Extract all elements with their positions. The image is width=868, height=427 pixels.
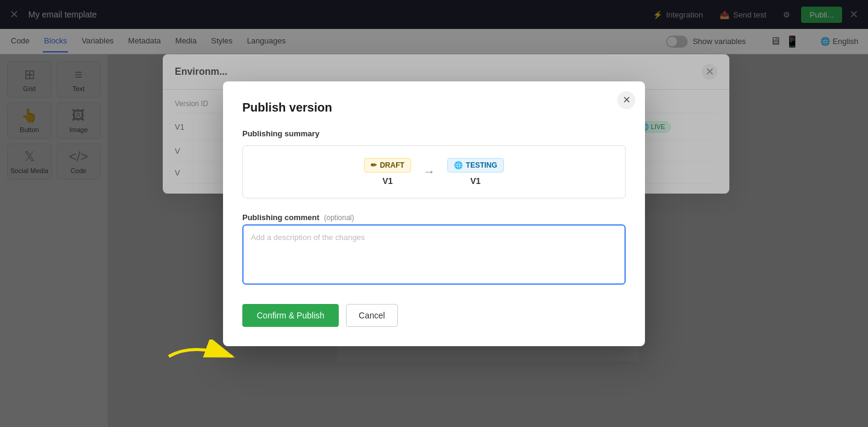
globe-testing-icon: 🌐	[454, 161, 463, 169]
publishing-summary-label: Publishing summary	[242, 129, 626, 138]
modal-backdrop: ✕ Publish version Publishing summary ✏ D…	[0, 0, 868, 427]
comment-optional: (optional)	[324, 214, 354, 222]
summary-arrow: →	[423, 165, 435, 179]
modal-footer: Confirm & Publish Cancel	[242, 304, 626, 327]
summary-to: 🌐 TESTING V1	[447, 158, 504, 186]
comment-label-text: Publishing comment	[242, 213, 319, 222]
yellow-arrow-annotation	[163, 340, 247, 373]
publish-summary-box: ✏ DRAFT V1 → 🌐 TESTING V1	[242, 145, 626, 198]
confirm-publish-button[interactable]: Confirm & Publish	[242, 304, 339, 327]
comment-textarea[interactable]	[242, 224, 626, 285]
from-version: V1	[382, 176, 392, 186]
comment-label: Publishing comment (optional)	[242, 213, 626, 222]
modal-close-button[interactable]: ✕	[617, 91, 635, 109]
to-version: V1	[470, 176, 480, 186]
testing-badge-modal: 🌐 TESTING	[447, 158, 504, 172]
testing-badge-label: TESTING	[466, 161, 497, 169]
modal-title: Publish version	[242, 101, 626, 115]
pencil-icon: ✏	[371, 161, 377, 169]
draft-badge-label: DRAFT	[380, 161, 404, 169]
summary-from: ✏ DRAFT V1	[364, 158, 411, 186]
draft-badge: ✏ DRAFT	[364, 158, 411, 172]
cancel-button[interactable]: Cancel	[346, 304, 398, 327]
arrow-svg	[163, 340, 247, 373]
publish-version-modal: ✕ Publish version Publishing summary ✏ D…	[223, 81, 645, 346]
